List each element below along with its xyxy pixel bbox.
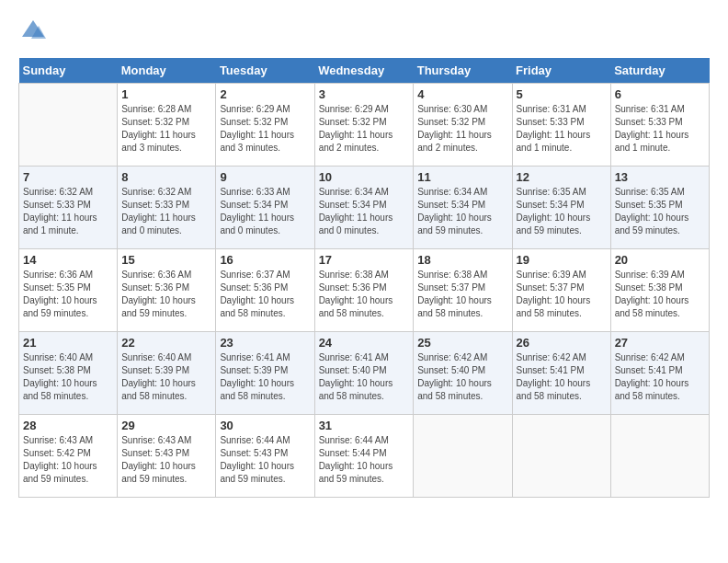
calendar-cell: 12Sunrise: 6:35 AM Sunset: 5:34 PM Dayli… bbox=[512, 166, 610, 248]
day-info: Sunrise: 6:34 AM Sunset: 5:34 PM Dayligh… bbox=[319, 186, 410, 237]
calendar-cell: 25Sunrise: 6:42 AM Sunset: 5:40 PM Dayli… bbox=[414, 331, 512, 414]
day-info: Sunrise: 6:39 AM Sunset: 5:37 PM Dayligh… bbox=[517, 269, 607, 320]
day-info: Sunrise: 6:38 AM Sunset: 5:37 PM Dayligh… bbox=[417, 269, 507, 320]
calendar-cell: 6Sunrise: 6:31 AM Sunset: 5:33 PM Daylig… bbox=[610, 83, 709, 166]
weekday-wednesday: Wednesday bbox=[314, 58, 414, 84]
day-info: Sunrise: 6:41 AM Sunset: 5:39 PM Dayligh… bbox=[220, 351, 310, 403]
day-number: 17 bbox=[319, 253, 410, 267]
day-info: Sunrise: 6:35 AM Sunset: 5:34 PM Dayligh… bbox=[517, 186, 607, 237]
calendar-cell: 30Sunrise: 6:44 AM Sunset: 5:43 PM Dayli… bbox=[216, 414, 314, 497]
logo bbox=[18, 18, 46, 49]
day-number: 21 bbox=[23, 336, 113, 350]
day-info: Sunrise: 6:36 AM Sunset: 5:35 PM Dayligh… bbox=[23, 269, 113, 320]
day-number: 27 bbox=[615, 336, 705, 350]
calendar-cell: 1Sunrise: 6:28 AM Sunset: 5:32 PM Daylig… bbox=[118, 83, 216, 166]
day-number: 3 bbox=[319, 87, 410, 101]
day-info: Sunrise: 6:33 AM Sunset: 5:34 PM Dayligh… bbox=[220, 186, 310, 237]
day-info: Sunrise: 6:39 AM Sunset: 5:38 PM Dayligh… bbox=[615, 269, 705, 320]
day-number: 19 bbox=[517, 253, 607, 267]
calendar-cell: 31Sunrise: 6:44 AM Sunset: 5:44 PM Dayli… bbox=[314, 414, 414, 497]
day-number: 16 bbox=[220, 253, 310, 267]
day-number: 11 bbox=[417, 170, 507, 184]
day-info: Sunrise: 6:31 AM Sunset: 5:33 PM Dayligh… bbox=[615, 103, 705, 155]
day-info: Sunrise: 6:43 AM Sunset: 5:43 PM Dayligh… bbox=[121, 434, 211, 486]
calendar-week-4: 21Sunrise: 6:40 AM Sunset: 5:38 PM Dayli… bbox=[19, 331, 710, 414]
weekday-sunday: Sunday bbox=[19, 58, 118, 84]
day-info: Sunrise: 6:31 AM Sunset: 5:33 PM Dayligh… bbox=[517, 103, 607, 155]
day-number: 20 bbox=[615, 253, 705, 267]
calendar-cell: 9Sunrise: 6:33 AM Sunset: 5:34 PM Daylig… bbox=[216, 166, 314, 248]
day-info: Sunrise: 6:34 AM Sunset: 5:34 PM Dayligh… bbox=[417, 186, 507, 237]
day-number: 6 bbox=[615, 87, 705, 101]
day-number: 9 bbox=[220, 170, 310, 184]
calendar-cell: 16Sunrise: 6:37 AM Sunset: 5:36 PM Dayli… bbox=[216, 248, 314, 331]
weekday-monday: Monday bbox=[118, 58, 216, 84]
logo-icon bbox=[20, 18, 46, 44]
day-number: 22 bbox=[121, 336, 211, 350]
page-header bbox=[18, 18, 710, 49]
day-number: 1 bbox=[121, 87, 211, 101]
weekday-header-row: SundayMondayTuesdayWednesdayThursdayFrid… bbox=[19, 58, 710, 84]
calendar-cell: 5Sunrise: 6:31 AM Sunset: 5:33 PM Daylig… bbox=[512, 83, 610, 166]
calendar-cell: 23Sunrise: 6:41 AM Sunset: 5:39 PM Dayli… bbox=[216, 331, 314, 414]
day-number: 5 bbox=[517, 87, 607, 101]
day-number: 25 bbox=[417, 336, 507, 350]
day-info: Sunrise: 6:29 AM Sunset: 5:32 PM Dayligh… bbox=[319, 103, 410, 155]
day-number: 24 bbox=[319, 336, 410, 350]
calendar-cell: 22Sunrise: 6:40 AM Sunset: 5:39 PM Dayli… bbox=[118, 331, 216, 414]
day-info: Sunrise: 6:38 AM Sunset: 5:36 PM Dayligh… bbox=[319, 269, 410, 320]
day-info: Sunrise: 6:30 AM Sunset: 5:32 PM Dayligh… bbox=[417, 103, 507, 155]
calendar-table: SundayMondayTuesdayWednesdayThursdayFrid… bbox=[18, 58, 710, 498]
day-number: 14 bbox=[23, 253, 113, 267]
calendar-week-2: 7Sunrise: 6:32 AM Sunset: 5:33 PM Daylig… bbox=[19, 166, 710, 248]
calendar-cell: 14Sunrise: 6:36 AM Sunset: 5:35 PM Dayli… bbox=[19, 248, 118, 331]
day-number: 8 bbox=[121, 170, 211, 184]
day-number: 13 bbox=[615, 170, 705, 184]
day-number: 18 bbox=[417, 253, 507, 267]
weekday-friday: Friday bbox=[512, 58, 610, 84]
calendar-cell: 2Sunrise: 6:29 AM Sunset: 5:32 PM Daylig… bbox=[216, 83, 314, 166]
day-number: 30 bbox=[220, 419, 310, 432]
calendar-week-3: 14Sunrise: 6:36 AM Sunset: 5:35 PM Dayli… bbox=[19, 248, 710, 331]
weekday-tuesday: Tuesday bbox=[216, 58, 314, 84]
calendar-cell: 21Sunrise: 6:40 AM Sunset: 5:38 PM Dayli… bbox=[19, 331, 118, 414]
day-number: 10 bbox=[319, 170, 410, 184]
day-info: Sunrise: 6:35 AM Sunset: 5:35 PM Dayligh… bbox=[615, 186, 705, 237]
day-number: 28 bbox=[23, 419, 113, 432]
calendar-cell bbox=[19, 83, 118, 166]
day-info: Sunrise: 6:32 AM Sunset: 5:33 PM Dayligh… bbox=[23, 186, 113, 237]
day-info: Sunrise: 6:42 AM Sunset: 5:40 PM Dayligh… bbox=[417, 351, 507, 403]
day-number: 7 bbox=[23, 170, 113, 184]
calendar-cell: 10Sunrise: 6:34 AM Sunset: 5:34 PM Dayli… bbox=[314, 166, 414, 248]
day-info: Sunrise: 6:40 AM Sunset: 5:38 PM Dayligh… bbox=[23, 351, 113, 403]
calendar-cell bbox=[414, 414, 512, 497]
calendar-cell bbox=[610, 414, 709, 497]
day-info: Sunrise: 6:44 AM Sunset: 5:43 PM Dayligh… bbox=[220, 434, 310, 486]
day-number: 15 bbox=[121, 253, 211, 267]
weekday-saturday: Saturday bbox=[610, 58, 709, 84]
day-number: 12 bbox=[517, 170, 607, 184]
calendar-body: 1Sunrise: 6:28 AM Sunset: 5:32 PM Daylig… bbox=[19, 83, 710, 497]
day-info: Sunrise: 6:42 AM Sunset: 5:41 PM Dayligh… bbox=[615, 351, 705, 403]
calendar-week-5: 28Sunrise: 6:43 AM Sunset: 5:42 PM Dayli… bbox=[19, 414, 710, 497]
calendar-cell: 13Sunrise: 6:35 AM Sunset: 5:35 PM Dayli… bbox=[610, 166, 709, 248]
day-number: 31 bbox=[319, 419, 410, 432]
day-info: Sunrise: 6:32 AM Sunset: 5:33 PM Dayligh… bbox=[121, 186, 211, 237]
calendar-cell: 27Sunrise: 6:42 AM Sunset: 5:41 PM Dayli… bbox=[610, 331, 709, 414]
day-info: Sunrise: 6:29 AM Sunset: 5:32 PM Dayligh… bbox=[220, 103, 310, 155]
weekday-thursday: Thursday bbox=[414, 58, 512, 84]
calendar-cell: 24Sunrise: 6:41 AM Sunset: 5:40 PM Dayli… bbox=[314, 331, 414, 414]
calendar-cell: 29Sunrise: 6:43 AM Sunset: 5:43 PM Dayli… bbox=[118, 414, 216, 497]
day-number: 2 bbox=[220, 87, 310, 101]
day-info: Sunrise: 6:36 AM Sunset: 5:36 PM Dayligh… bbox=[121, 269, 211, 320]
day-info: Sunrise: 6:40 AM Sunset: 5:39 PM Dayligh… bbox=[121, 351, 211, 403]
calendar-cell: 18Sunrise: 6:38 AM Sunset: 5:37 PM Dayli… bbox=[414, 248, 512, 331]
day-info: Sunrise: 6:41 AM Sunset: 5:40 PM Dayligh… bbox=[319, 351, 410, 403]
day-number: 29 bbox=[121, 419, 211, 432]
calendar-cell: 7Sunrise: 6:32 AM Sunset: 5:33 PM Daylig… bbox=[19, 166, 118, 248]
calendar-cell: 28Sunrise: 6:43 AM Sunset: 5:42 PM Dayli… bbox=[19, 414, 118, 497]
calendar-cell: 11Sunrise: 6:34 AM Sunset: 5:34 PM Dayli… bbox=[414, 166, 512, 248]
day-number: 23 bbox=[220, 336, 310, 350]
calendar-cell: 19Sunrise: 6:39 AM Sunset: 5:37 PM Dayli… bbox=[512, 248, 610, 331]
day-info: Sunrise: 6:37 AM Sunset: 5:36 PM Dayligh… bbox=[220, 269, 310, 320]
